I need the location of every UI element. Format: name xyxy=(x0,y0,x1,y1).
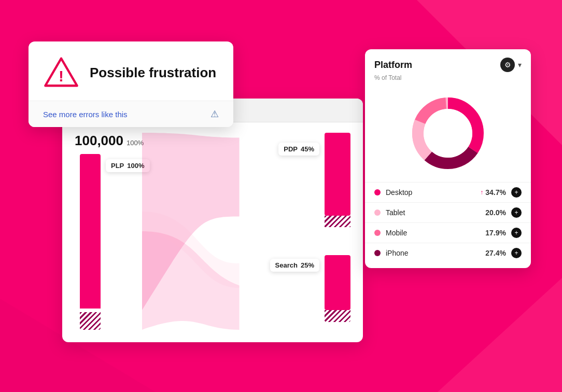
legend-row-iphone: iPhone 27.4% + xyxy=(365,243,531,263)
alert-card-top: ! Possible frustration xyxy=(29,41,233,101)
legend-value-desktop: ↑ 34.7% xyxy=(480,188,506,197)
legend-value-tablet: 20.0% xyxy=(485,208,506,217)
legend-label-mobile: Mobile xyxy=(386,229,480,237)
legend-dot-mobile xyxy=(374,230,381,236)
legend-label-tablet: Tablet xyxy=(386,208,480,217)
legend-row-desktop: Desktop ↑ 34.7% + xyxy=(365,182,531,202)
bg-decor-bottom-right xyxy=(438,278,562,392)
legend-label-desktop: Desktop xyxy=(386,188,475,197)
legend-dot-iphone xyxy=(374,250,381,256)
pdp-bar xyxy=(325,133,350,216)
platform-title: Platform xyxy=(374,60,412,71)
alert-card-bottom: See more errors like this ⚠ xyxy=(29,101,233,127)
funnel-total-count: 100,000 100% xyxy=(75,133,142,149)
legend-dot-tablet xyxy=(374,209,381,216)
trend-up-icon: ↑ xyxy=(480,189,483,196)
tablet-add-button[interactable]: + xyxy=(511,207,522,218)
desktop-add-button[interactable]: + xyxy=(511,187,522,198)
pdp-label-badge: PDP 45% xyxy=(278,143,319,156)
search-bar xyxy=(325,255,350,310)
svg-point-7 xyxy=(424,109,472,158)
search-bar-hatch xyxy=(325,310,350,322)
alert-title: Possible frustration xyxy=(90,65,216,81)
iphone-add-button[interactable]: + xyxy=(511,248,522,258)
warning-triangle-icon: ! xyxy=(43,56,79,88)
gear-button[interactable]: ⚙ xyxy=(500,58,515,72)
plp-bar-main xyxy=(80,154,101,309)
legend-dot-desktop xyxy=(374,189,381,195)
mobile-add-button[interactable]: + xyxy=(511,228,522,238)
platform-card: Platform ⚙ ▾ % of Total D xyxy=(365,49,531,268)
legend-row-mobile: Mobile 17.9% + xyxy=(365,222,531,243)
search-label-badge: Search 25% xyxy=(270,259,319,272)
legend-value-mobile: 17.9% xyxy=(485,229,506,237)
pdp-bar-hatch xyxy=(325,216,350,228)
alert-bottom-warning-icon: ⚠ xyxy=(210,108,219,120)
platform-subtitle: % of Total xyxy=(365,74,531,87)
see-more-errors-link[interactable]: See more errors like this xyxy=(43,110,128,119)
svg-text:!: ! xyxy=(59,67,64,85)
funnel-card: Step 1 100,000 100% PLP 100% xyxy=(62,99,363,342)
plp-bar-wrap: PLP 100% xyxy=(75,154,142,330)
chevron-down-icon[interactable]: ▾ xyxy=(518,61,522,69)
plp-bar-hatch xyxy=(80,312,101,330)
funnel-flow-area: PDP 45% Search 25% xyxy=(142,133,350,330)
legend-label-iphone: iPhone xyxy=(386,249,480,257)
legend-value-iphone: 27.4% xyxy=(485,249,506,257)
platform-header-controls: ⚙ ▾ xyxy=(500,58,522,72)
funnel-plp-col: 100,000 100% PLP 100% xyxy=(75,133,142,330)
funnel-flow-svg xyxy=(142,133,350,330)
platform-header: Platform ⚙ ▾ xyxy=(365,49,531,74)
donut-chart-wrap xyxy=(365,87,531,182)
donut-chart xyxy=(406,92,489,175)
alert-card: ! Possible frustration See more errors l… xyxy=(29,41,233,127)
funnel-body: 100,000 100% PLP 100% xyxy=(62,122,363,340)
legend-row-tablet: Tablet 20.0% + xyxy=(365,202,531,222)
alert-icon-wrap: ! xyxy=(43,56,79,90)
